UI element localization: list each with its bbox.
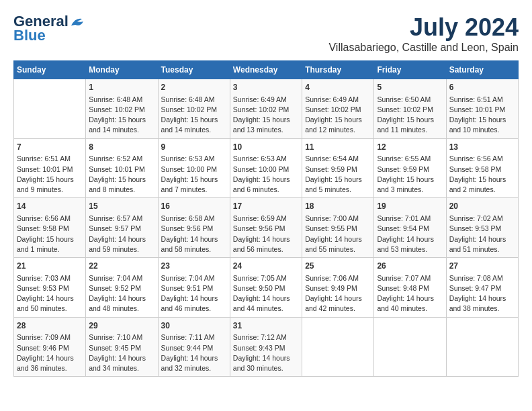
day-number: 30 — [161, 320, 227, 332]
calendar-cell: 8Sunrise: 6:52 AM Sunset: 10:01 PM Dayli… — [86, 138, 158, 198]
day-info: Sunrise: 6:52 AM Sunset: 10:01 PM Daylig… — [89, 154, 154, 195]
day-info: Sunrise: 7:12 AM Sunset: 9:43 PM Dayligh… — [233, 332, 299, 373]
calendar-cell: 5Sunrise: 6:50 AM Sunset: 10:02 PM Dayli… — [374, 79, 446, 139]
calendar-cell: 21Sunrise: 7:03 AM Sunset: 9:53 PM Dayli… — [14, 258, 86, 318]
calendar-cell: 26Sunrise: 7:07 AM Sunset: 9:48 PM Dayli… — [374, 258, 446, 318]
day-number: 13 — [449, 142, 515, 153]
day-number: 19 — [377, 201, 443, 212]
day-info: Sunrise: 6:54 AM Sunset: 9:59 PM Dayligh… — [305, 154, 371, 195]
calendar-cell: 7Sunrise: 6:51 AM Sunset: 10:01 PM Dayli… — [14, 138, 86, 198]
day-info: Sunrise: 7:04 AM Sunset: 9:52 PM Dayligh… — [89, 273, 154, 314]
weekday-header: Monday — [86, 61, 158, 79]
day-info: Sunrise: 6:49 AM Sunset: 10:02 PM Daylig… — [233, 95, 299, 136]
day-number: 14 — [17, 201, 83, 212]
calendar-cell: 15Sunrise: 6:57 AM Sunset: 9:57 PM Dayli… — [86, 198, 158, 258]
calendar-cell: 25Sunrise: 7:06 AM Sunset: 9:49 PM Dayli… — [302, 258, 374, 318]
calendar-cell — [446, 317, 518, 377]
day-info: Sunrise: 6:50 AM Sunset: 10:02 PM Daylig… — [377, 95, 443, 136]
calendar-week-row: 14Sunrise: 6:56 AM Sunset: 9:58 PM Dayli… — [14, 198, 519, 258]
day-info: Sunrise: 7:00 AM Sunset: 9:55 PM Dayligh… — [305, 214, 371, 255]
day-number: 20 — [449, 201, 515, 212]
day-info: Sunrise: 6:59 AM Sunset: 9:56 PM Dayligh… — [233, 214, 299, 255]
day-info: Sunrise: 6:51 AM Sunset: 10:01 PM Daylig… — [17, 154, 83, 195]
weekday-header: Friday — [374, 61, 446, 79]
day-info: Sunrise: 7:09 AM Sunset: 9:46 PM Dayligh… — [17, 332, 83, 373]
day-number: 18 — [305, 201, 371, 212]
day-number: 8 — [89, 142, 154, 153]
calendar-cell: 2Sunrise: 6:48 AM Sunset: 10:02 PM Dayli… — [158, 79, 230, 139]
calendar-cell — [302, 317, 374, 377]
day-number: 23 — [161, 261, 227, 272]
day-info: Sunrise: 6:55 AM Sunset: 9:59 PM Dayligh… — [377, 154, 443, 195]
day-info: Sunrise: 6:53 AM Sunset: 10:00 PM Daylig… — [161, 154, 227, 195]
day-number: 24 — [233, 261, 299, 272]
calendar-cell: 31Sunrise: 7:12 AM Sunset: 9:43 PM Dayli… — [230, 317, 302, 377]
logo: General Blue — [13, 13, 85, 44]
day-info: Sunrise: 7:01 AM Sunset: 9:54 PM Dayligh… — [377, 214, 443, 255]
calendar-cell: 24Sunrise: 7:05 AM Sunset: 9:50 PM Dayli… — [230, 258, 302, 318]
calendar-cell: 17Sunrise: 6:59 AM Sunset: 9:56 PM Dayli… — [230, 198, 302, 258]
day-number: 2 — [161, 82, 227, 93]
calendar-cell: 10Sunrise: 6:53 AM Sunset: 10:00 PM Dayl… — [230, 138, 302, 198]
day-info: Sunrise: 7:04 AM Sunset: 9:51 PM Dayligh… — [161, 273, 227, 314]
day-number: 15 — [89, 201, 154, 212]
day-number: 7 — [17, 142, 83, 153]
logo-blue-text: Blue — [13, 27, 46, 44]
day-info: Sunrise: 6:49 AM Sunset: 10:02 PM Daylig… — [305, 95, 371, 136]
calendar-cell: 16Sunrise: 6:58 AM Sunset: 9:56 PM Dayli… — [158, 198, 230, 258]
day-info: Sunrise: 7:07 AM Sunset: 9:48 PM Dayligh… — [377, 273, 443, 314]
day-number: 5 — [377, 82, 443, 93]
calendar-cell: 13Sunrise: 6:56 AM Sunset: 9:58 PM Dayli… — [446, 138, 518, 198]
day-number: 17 — [233, 201, 299, 212]
day-number: 11 — [305, 142, 371, 153]
calendar-cell: 3Sunrise: 6:49 AM Sunset: 10:02 PM Dayli… — [230, 79, 302, 139]
day-number: 10 — [233, 142, 299, 153]
title-section: July 2024 Villasabariego, Castille and L… — [328, 13, 519, 54]
day-info: Sunrise: 6:56 AM Sunset: 9:58 PM Dayligh… — [449, 154, 515, 195]
calendar-cell: 22Sunrise: 7:04 AM Sunset: 9:52 PM Dayli… — [86, 258, 158, 318]
day-number: 9 — [161, 142, 227, 153]
calendar-cell: 23Sunrise: 7:04 AM Sunset: 9:51 PM Dayli… — [158, 258, 230, 318]
day-info: Sunrise: 6:56 AM Sunset: 9:58 PM Dayligh… — [17, 214, 83, 255]
day-info: Sunrise: 7:02 AM Sunset: 9:53 PM Dayligh… — [449, 214, 515, 255]
day-info: Sunrise: 6:57 AM Sunset: 9:57 PM Dayligh… — [89, 214, 154, 255]
calendar-cell: 11Sunrise: 6:54 AM Sunset: 9:59 PM Dayli… — [302, 138, 374, 198]
day-number: 26 — [377, 261, 443, 272]
page-header: General Blue July 2024 Villasabariego, C… — [13, 13, 519, 54]
day-number: 29 — [89, 320, 154, 332]
calendar-cell: 9Sunrise: 6:53 AM Sunset: 10:00 PM Dayli… — [158, 138, 230, 198]
weekday-header-row: SundayMondayTuesdayWednesdayThursdayFrid… — [14, 61, 519, 79]
calendar-week-row: 28Sunrise: 7:09 AM Sunset: 9:46 PM Dayli… — [14, 317, 519, 377]
day-number: 1 — [89, 82, 154, 93]
month-title: July 2024 — [328, 13, 519, 42]
calendar-week-row: 1Sunrise: 6:48 AM Sunset: 10:02 PM Dayli… — [14, 79, 519, 139]
day-number: 25 — [305, 261, 371, 272]
day-info: Sunrise: 7:08 AM Sunset: 9:47 PM Dayligh… — [449, 273, 515, 314]
calendar-cell: 12Sunrise: 6:55 AM Sunset: 9:59 PM Dayli… — [374, 138, 446, 198]
day-info: Sunrise: 7:03 AM Sunset: 9:53 PM Dayligh… — [17, 273, 83, 314]
calendar-cell: 1Sunrise: 6:48 AM Sunset: 10:02 PM Dayli… — [86, 79, 158, 139]
calendar-week-row: 7Sunrise: 6:51 AM Sunset: 10:01 PM Dayli… — [14, 138, 519, 198]
calendar-cell: 14Sunrise: 6:56 AM Sunset: 9:58 PM Dayli… — [14, 198, 86, 258]
calendar-cell: 18Sunrise: 7:00 AM Sunset: 9:55 PM Dayli… — [302, 198, 374, 258]
calendar-cell: 6Sunrise: 6:51 AM Sunset: 10:01 PM Dayli… — [446, 79, 518, 139]
day-info: Sunrise: 6:48 AM Sunset: 10:02 PM Daylig… — [161, 95, 227, 136]
day-number: 3 — [233, 82, 299, 93]
calendar-cell: 29Sunrise: 7:10 AM Sunset: 9:45 PM Dayli… — [86, 317, 158, 377]
calendar-cell: 20Sunrise: 7:02 AM Sunset: 9:53 PM Dayli… — [446, 198, 518, 258]
day-number: 21 — [17, 261, 83, 272]
day-number: 22 — [89, 261, 154, 272]
calendar-table: SundayMondayTuesdayWednesdayThursdayFrid… — [13, 60, 519, 377]
calendar-cell — [374, 317, 446, 377]
day-info: Sunrise: 7:10 AM Sunset: 9:45 PM Dayligh… — [89, 332, 154, 373]
day-info: Sunrise: 6:58 AM Sunset: 9:56 PM Dayligh… — [161, 214, 227, 255]
calendar-cell: 30Sunrise: 7:11 AM Sunset: 9:44 PM Dayli… — [158, 317, 230, 377]
weekday-header: Wednesday — [230, 61, 302, 79]
calendar-cell — [14, 79, 86, 139]
weekday-header: Saturday — [446, 61, 518, 79]
day-number: 12 — [377, 142, 443, 153]
day-info: Sunrise: 6:51 AM Sunset: 10:01 PM Daylig… — [449, 95, 515, 136]
calendar-week-row: 21Sunrise: 7:03 AM Sunset: 9:53 PM Dayli… — [14, 258, 519, 318]
day-info: Sunrise: 7:06 AM Sunset: 9:49 PM Dayligh… — [305, 273, 371, 314]
day-number: 4 — [305, 82, 371, 93]
